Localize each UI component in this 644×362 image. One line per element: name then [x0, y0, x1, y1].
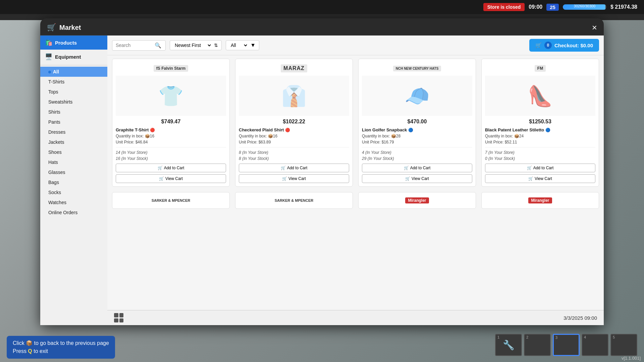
- market-modal: 🛒 Market × 🛍️ Products 🖥️ Equipment All: [40, 18, 604, 325]
- add-to-cart-button-2[interactable]: 🛒 Add to Cart: [239, 164, 349, 172]
- sidebar-category-bags[interactable]: Bags: [40, 177, 107, 187]
- sidebar-category-socks[interactable]: Socks: [40, 187, 107, 197]
- add-cart-label-4: Add to Cart: [533, 166, 554, 170]
- sidebar-category-all[interactable]: All: [40, 67, 107, 77]
- sidebar-category-shirts[interactable]: Shirts: [40, 107, 107, 117]
- modal-body: 🛍️ Products 🖥️ Equipment All T-Shirts To…: [40, 36, 604, 325]
- product-card-3: NCH NEW CENTURY HATS 🧢 $470.00 Lion Golf…: [358, 59, 476, 187]
- sidebar-category-online-orders[interactable]: Online Orders: [40, 207, 107, 218]
- product-brand-3: NCH NEW CENTURY HATS: [362, 62, 472, 74]
- product-qty-1: Quantity in box: 📦16: [116, 134, 226, 138]
- grid-cell-1: [114, 313, 118, 317]
- product-price-4: $1250.53: [485, 119, 595, 125]
- cart-add-icon-4: 🛒: [527, 166, 532, 170]
- product-instore-4: 7 (In Your Store): [485, 150, 595, 155]
- taskbar: 1 🔧 2 3 4 5: [495, 334, 637, 356]
- cart-add-icon-1: 🛒: [158, 166, 163, 170]
- sidebar-category-tshirts[interactable]: T-Shirts: [40, 77, 107, 87]
- brand-logo-3: NCH NEW CENTURY HATS: [393, 66, 441, 71]
- product-price-1: $749.47: [116, 119, 226, 125]
- product-image-1: 👕: [116, 76, 226, 116]
- taskbar-slot-4[interactable]: 4: [582, 334, 608, 356]
- modal-close-button[interactable]: ×: [592, 23, 597, 32]
- product-card-1: fS Falvin Starm 👕 $749.47 Graphite T-Shi…: [112, 59, 230, 187]
- taskbar-slot-2[interactable]: 2: [524, 334, 551, 356]
- hud-money: $ 21974.38: [610, 4, 637, 10]
- view-cart-button-1[interactable]: 🛒 View Cart: [116, 174, 226, 183]
- bottom-bar: Click 📦 to go back to the previous page …: [0, 326, 644, 362]
- sidebar-category-pants[interactable]: Pants: [40, 117, 107, 127]
- product-instock-3: 29 (In Your Stock): [362, 156, 472, 161]
- cart-view-icon-4: 🛒: [528, 176, 533, 181]
- market-icon: 🛒: [47, 23, 56, 32]
- product-name-3: Lion Golfer Snapback: [362, 127, 407, 132]
- sidebar-category-shoes[interactable]: Shoes: [40, 147, 107, 157]
- product-image-icon-4: 👠: [528, 84, 553, 108]
- equipment-icon: 🖥️: [45, 53, 52, 60]
- cart-view-icon-1: 🛒: [159, 176, 164, 181]
- sidebar-item-products[interactable]: 🛍️ Products: [40, 36, 107, 50]
- product-card-partial-2: SARKER & MPENCER: [235, 192, 353, 209]
- filter-select-input[interactable]: All: [229, 42, 248, 48]
- view-cart-label-3: View Cart: [412, 176, 429, 181]
- view-cart-button-2[interactable]: 🛒 View Cart: [239, 174, 349, 183]
- product-unit-price-4: Unit Price: $52.11: [485, 140, 595, 144]
- add-to-cart-button-1[interactable]: 🛒 Add to Cart: [116, 164, 226, 172]
- product-type-icon-1: 🔴: [150, 128, 155, 132]
- add-to-cart-button-3[interactable]: 🛒 Add to Cart: [362, 164, 472, 172]
- sort-dropdown[interactable]: Newest First Oldest First Price Low-High…: [170, 40, 222, 50]
- sort-select-input[interactable]: Newest First Oldest First Price Low-High…: [173, 42, 212, 48]
- checkout-label: Checkout: $0.00: [554, 43, 593, 48]
- product-type-icon-2: 🔴: [285, 128, 290, 132]
- sidebar-category-hats[interactable]: Hats: [40, 157, 107, 167]
- sidebar-category-sweatshirts[interactable]: Sweatshirts: [40, 97, 107, 107]
- search-input[interactable]: [116, 43, 153, 48]
- product-qty-3: Quantity in box: 📦28: [362, 134, 472, 138]
- add-cart-label-3: Add to Cart: [410, 166, 431, 170]
- brand-mirangler-1: Mirangler: [405, 197, 429, 203]
- products-grid: fS Falvin Starm 👕 $749.47 Graphite T-Shi…: [112, 59, 599, 209]
- hud-progress-bar: [563, 4, 606, 10]
- store-status: Store is closed: [483, 3, 525, 11]
- product-name-4: Black Patent Leather Stiletto: [485, 127, 544, 132]
- version-label: v[1.1.001]: [622, 356, 641, 361]
- checkout-button[interactable]: 🛒 0 Checkout: $0.00: [529, 39, 599, 52]
- hud-bar: Store is closed 09:00 25 30260/30300 $ 2…: [0, 0, 644, 14]
- product-unit-price-2: Unit Price: $63.89: [239, 140, 349, 144]
- hint-box: Click 📦 to go back to the previous page …: [7, 336, 115, 359]
- sidebar-category-jackets[interactable]: Jackets: [40, 137, 107, 147]
- sidebar-category-list: All T-Shirts Tops Sweatshirts Shirts Pan…: [40, 67, 107, 218]
- taskbar-slot-5[interactable]: 5: [610, 334, 637, 356]
- hud-time: 09:00: [529, 4, 542, 10]
- product-unit-price-1: Unit Price: $46.84: [116, 140, 226, 144]
- view-cart-button-3[interactable]: 🛒 View Cart: [362, 174, 472, 183]
- product-price-2: $1022.22: [239, 119, 349, 125]
- taskbar-slot-number-2: 2: [526, 335, 528, 339]
- product-image-icon-1: 👕: [158, 84, 183, 108]
- cart-badge: 0: [544, 42, 552, 49]
- view-cart-button-4[interactable]: 🛒 View Cart: [485, 174, 595, 183]
- product-card-2: MARAZ 👔 $1022.22 Checkered Plaid Shirt 🔴…: [235, 59, 353, 187]
- taskbar-slot-3[interactable]: 3: [553, 334, 580, 356]
- filter-dropdown[interactable]: All ▼: [226, 40, 259, 50]
- modal-title-container: 🛒 Market: [47, 23, 81, 32]
- sidebar-category-tops[interactable]: Tops: [40, 87, 107, 97]
- sidebar-item-equipment[interactable]: 🖥️ Equipment: [40, 50, 107, 64]
- grid-cell-2: [119, 313, 124, 317]
- sidebar-divider: [40, 65, 107, 65]
- add-to-cart-button-4[interactable]: 🛒 Add to Cart: [485, 164, 595, 172]
- sort-arrow-icon: ⇅: [214, 43, 218, 48]
- sidebar-equipment-label: Equipment: [55, 54, 81, 60]
- sidebar-category-dresses[interactable]: Dresses: [40, 127, 107, 137]
- taskbar-slot-1[interactable]: 1 🔧: [495, 334, 522, 356]
- product-divider-3: [362, 147, 472, 147]
- brand-sarker-2: SARKER & MPENCER: [275, 198, 314, 202]
- cart-add-icon-3: 🛒: [404, 166, 409, 170]
- modal-title-text: Market: [59, 24, 81, 32]
- product-type-icon-3: 🔵: [408, 128, 413, 132]
- taskbar-slot-number-3: 3: [555, 336, 557, 340]
- sidebar-category-glasses[interactable]: Glasses: [40, 167, 107, 177]
- taskbar-slot-number-1: 1: [497, 335, 499, 339]
- sidebar-category-watches[interactable]: Watches: [40, 197, 107, 207]
- product-brand-2: MARAZ: [239, 62, 349, 74]
